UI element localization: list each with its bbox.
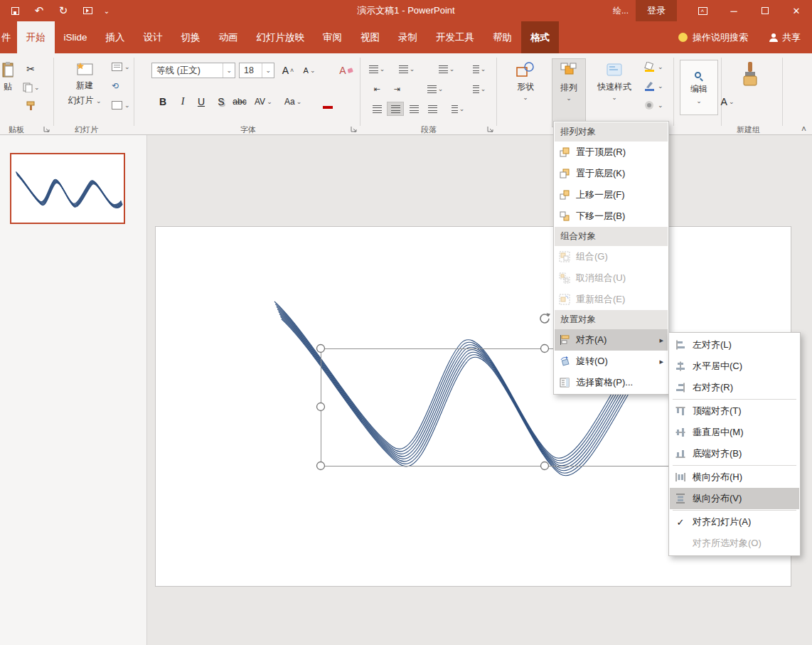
- strikethrough-button[interactable]: abc: [232, 94, 247, 110]
- tab-insert[interactable]: 插入: [97, 21, 134, 53]
- smartart-convert-button[interactable]: ⌄: [449, 102, 466, 116]
- undo-button[interactable]: ↶: [27, 1, 51, 21]
- tab-design[interactable]: 设计: [134, 21, 172, 53]
- paste-button[interactable]: 贴: [0, 58, 20, 93]
- share-button[interactable]: 共享: [758, 21, 812, 53]
- underline-button[interactable]: U: [193, 94, 209, 110]
- menu-item-align-bottom[interactable]: 底端对齐(B): [670, 443, 799, 464]
- text-direction-button[interactable]: ⌄: [471, 62, 488, 76]
- menu-item-align-left[interactable]: 左对齐(L): [670, 334, 799, 356]
- bold-button[interactable]: B: [155, 94, 171, 110]
- menu-item-align-top[interactable]: 顶端对齐(T): [670, 400, 799, 422]
- quick-styles-button[interactable]: 快速样式 ⌄: [589, 58, 640, 100]
- close-button[interactable]: ✕: [781, 0, 812, 21]
- menu-item-send-backward[interactable]: 下移一层(B): [555, 206, 668, 227]
- menu-item-align-center[interactable]: 水平居中(C): [670, 356, 799, 377]
- chevron-down-icon[interactable]: ⌄: [223, 63, 235, 78]
- save-button[interactable]: [3, 1, 27, 21]
- format-painter-big-button[interactable]: [727, 58, 774, 90]
- increase-indent-button[interactable]: ⇥: [388, 82, 405, 96]
- bullets-button[interactable]: ⌄: [368, 62, 385, 76]
- slide-thumbnail-1[interactable]: [10, 153, 125, 224]
- clipboard-dialog-launcher[interactable]: [43, 125, 51, 134]
- menu-item-align-middle[interactable]: 垂直居中(M): [670, 422, 799, 443]
- start-slideshow-button[interactable]: [75, 1, 100, 21]
- customize-qat-button[interactable]: ⌄: [100, 1, 114, 21]
- menu-item-distribute-vertically[interactable]: 纵向分布(V): [670, 488, 799, 509]
- tab-islide[interactable]: iSlide: [55, 21, 97, 53]
- change-case-button[interactable]: Aa⌄: [284, 94, 301, 110]
- font-size-combo[interactable]: 18 ⌄: [239, 63, 274, 78]
- login-button[interactable]: 登录: [636, 0, 677, 21]
- new-slide-button[interactable]: 新建 幻灯片 ⌄: [60, 58, 109, 107]
- tab-transitions[interactable]: 切换: [172, 21, 210, 53]
- menu-item-align[interactable]: 对齐(A) ▸: [555, 329, 668, 351]
- cut-button[interactable]: ✂: [23, 61, 38, 77]
- tab-review[interactable]: 审阅: [314, 21, 351, 53]
- paragraph-dialog-launcher[interactable]: [486, 125, 495, 134]
- align-center-button[interactable]: [387, 102, 404, 116]
- font-dialog-launcher[interactable]: [350, 125, 358, 134]
- tell-me-search[interactable]: 操作说明搜索: [668, 21, 758, 53]
- editing-button[interactable]: 编辑 ⌄: [680, 60, 718, 115]
- group-separator: [721, 58, 722, 126]
- tab-home[interactable]: 开始: [17, 21, 55, 53]
- tab-slideshow[interactable]: 幻灯片放映: [247, 21, 314, 53]
- line-spacing-button[interactable]: ⌄: [438, 62, 455, 76]
- align-left-button[interactable]: [368, 102, 385, 116]
- shapes-icon: [515, 61, 535, 78]
- bullets-icon: [369, 65, 378, 73]
- character-spacing-button[interactable]: AV⌄: [255, 94, 272, 110]
- paste-icon: [1, 61, 15, 78]
- tab-help[interactable]: 帮助: [484, 21, 521, 53]
- tab-file[interactable]: 件: [0, 21, 17, 53]
- shape-fill-button[interactable]: ⌄: [644, 60, 663, 74]
- align-text-button[interactable]: ⌄: [427, 82, 444, 96]
- maximize-button[interactable]: [749, 0, 781, 21]
- collapse-ribbon-button[interactable]: ˄: [801, 124, 806, 134]
- menu-item-align-to-slide[interactable]: ✓ 对齐幻灯片(A): [670, 511, 799, 533]
- menu-item-align-right[interactable]: 右对齐(R): [670, 377, 799, 398]
- send-backward-icon: [558, 210, 571, 222]
- menu-item-rotate[interactable]: 旋转(O) ▸: [555, 351, 668, 372]
- decrease-indent-button[interactable]: ⇤: [368, 82, 385, 96]
- menu-item-send-to-back[interactable]: 置于底层(K): [555, 163, 668, 184]
- menu-separator: [673, 510, 796, 511]
- italic-button[interactable]: I: [175, 94, 191, 110]
- redo-button[interactable]: ↻: [51, 1, 75, 21]
- clear-formatting-button[interactable]: A: [338, 63, 354, 78]
- ribbon-display-options-button[interactable]: ˄: [687, 0, 718, 21]
- shapes-button[interactable]: 形状 ⌄: [502, 58, 549, 100]
- tab-format[interactable]: 格式: [521, 21, 559, 53]
- grow-font-button[interactable]: A˄: [280, 63, 296, 78]
- shrink-font-button[interactable]: A⌄: [301, 63, 317, 78]
- shape-effects-button[interactable]: ⌄: [644, 98, 663, 112]
- tab-animations[interactable]: 动画: [210, 21, 247, 53]
- numbering-button[interactable]: ⌄: [398, 62, 415, 76]
- regroup-icon: [558, 294, 571, 305]
- tab-record[interactable]: 录制: [389, 21, 427, 53]
- format-painter-small-button[interactable]: [23, 98, 38, 114]
- arrange-button[interactable]: 排列 ⌄: [552, 58, 586, 127]
- shape-outline-button[interactable]: ⌄: [644, 79, 663, 93]
- justify-button[interactable]: [424, 102, 441, 116]
- tab-developer[interactable]: 开发工具: [427, 21, 484, 53]
- menu-item-bring-to-front[interactable]: 置于顶层(R): [555, 142, 668, 163]
- group-separator: [134, 58, 134, 126]
- text-shadow-button[interactable]: S: [213, 94, 229, 110]
- menu-item-distribute-horizontally[interactable]: 横向分布(H): [670, 467, 799, 488]
- section-button[interactable]: ⌄: [112, 98, 130, 112]
- menu-item-selection-pane[interactable]: 选择窗格(P)...: [555, 372, 668, 393]
- chevron-down-icon[interactable]: ⌄: [262, 63, 274, 78]
- align-right-button[interactable]: [405, 102, 422, 116]
- reset-button[interactable]: ⟲: [112, 79, 130, 93]
- menu-item-bring-forward[interactable]: 上移一层(F): [555, 184, 668, 206]
- tab-view[interactable]: 视图: [351, 21, 389, 53]
- layout-button[interactable]: ⌄: [112, 60, 130, 74]
- copy-button[interactable]: ⌄: [23, 80, 40, 95]
- group-separator: [496, 58, 497, 126]
- slides-mini-buttons: ⌄ ⟲ ⌄: [112, 60, 130, 112]
- minimize-button[interactable]: ─: [718, 0, 749, 21]
- columns-button[interactable]: ⌄: [471, 82, 488, 96]
- font-name-combo[interactable]: 等线 (正文) ⌄: [151, 63, 235, 78]
